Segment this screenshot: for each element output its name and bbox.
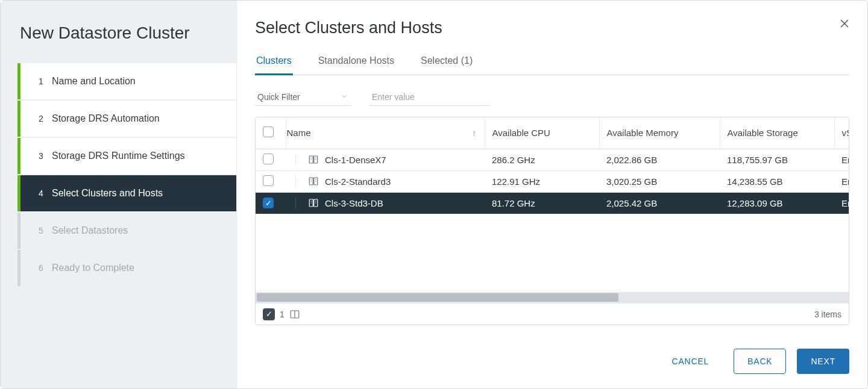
tab-standalone-hosts[interactable]: Standalone Hosts bbox=[317, 55, 395, 75]
column-chooser-icon[interactable] bbox=[289, 309, 300, 320]
cluster-icon bbox=[308, 176, 319, 187]
col-header-name[interactable]: Name bbox=[287, 128, 311, 138]
available-cpu: 122.91 GHz bbox=[485, 170, 599, 192]
table-header-row: Name ↑ Available CPU Available Memory Av… bbox=[256, 117, 849, 149]
close-icon[interactable] bbox=[838, 17, 851, 30]
quick-filter-label: Quick Filter bbox=[257, 92, 300, 102]
available-storage: 14,238.55 GB bbox=[720, 170, 834, 192]
wizard-sidebar: New Datastore Cluster 1 Name and Locatio… bbox=[1, 1, 237, 388]
step-number: 4 bbox=[39, 188, 52, 198]
tab-selected[interactable]: Selected (1) bbox=[420, 55, 474, 75]
quick-filter-dropdown[interactable]: Quick Filter bbox=[255, 89, 351, 106]
table-empty-space bbox=[256, 214, 849, 292]
back-button[interactable]: BACK bbox=[734, 349, 786, 374]
step-select-clusters-hosts[interactable]: 4 Select Clusters and Hosts bbox=[17, 175, 236, 211]
wizard-title: New Datastore Cluster bbox=[20, 23, 217, 43]
row-checkbox[interactable] bbox=[263, 198, 274, 208]
available-cpu: 81.72 GHz bbox=[485, 192, 599, 214]
divider bbox=[295, 198, 296, 208]
sort-ascending-icon[interactable]: ↑ bbox=[472, 128, 477, 138]
vsphere-status: Enabl bbox=[834, 149, 849, 170]
page-title: Select Clusters and Hosts bbox=[255, 19, 849, 37]
step-label: Storage DRS Runtime Settings bbox=[52, 151, 185, 161]
cluster-name: Cls-2-Standard3 bbox=[325, 176, 391, 187]
divider bbox=[295, 154, 296, 165]
cluster-icon bbox=[308, 198, 319, 208]
tabs: Clusters Standalone Hosts Selected (1) bbox=[255, 55, 849, 75]
step-select-datastores: 5 Select Datastores bbox=[17, 213, 236, 249]
row-checkbox[interactable] bbox=[263, 154, 274, 164]
cluster-icon bbox=[308, 154, 319, 165]
table-footer: 1 3 items bbox=[256, 303, 849, 325]
selected-count: 1 bbox=[280, 310, 285, 319]
vsphere-status: Enabl bbox=[834, 170, 849, 192]
cluster-name: Cls-1-DenseX7 bbox=[325, 155, 386, 165]
available-storage: 12,283.09 GB bbox=[720, 192, 834, 214]
row-checkbox[interactable] bbox=[263, 175, 274, 186]
wizard-modal: New Datastore Cluster 1 Name and Locatio… bbox=[0, 0, 868, 389]
step-label: Ready to Complete bbox=[52, 263, 134, 273]
available-storage: 118,755.97 GB bbox=[720, 149, 834, 170]
table-row[interactable]: Cls-1-DenseX7 286.2 GHz 2,022.86 GB 118,… bbox=[256, 149, 849, 170]
step-number: 6 bbox=[39, 263, 52, 273]
cluster-name: Cls-3-Std3-DB bbox=[325, 198, 383, 208]
filter-input[interactable] bbox=[370, 89, 490, 106]
wizard-steps: 1 Name and Location 2 Storage DRS Automa… bbox=[1, 63, 236, 286]
horizontal-scrollbar[interactable] bbox=[256, 292, 849, 303]
vsphere-status: Enabl bbox=[834, 192, 849, 214]
step-label: Name and Location bbox=[52, 76, 136, 87]
divider bbox=[295, 176, 296, 187]
wizard-actions: CANCEL BACK NEXT bbox=[255, 331, 849, 374]
table-row[interactable]: Cls-2-Standard3 122.91 GHz 3,020.25 GB 1… bbox=[256, 170, 849, 192]
col-header-vsphere[interactable]: vSphe bbox=[834, 117, 849, 149]
selected-count-badge-icon bbox=[263, 308, 275, 320]
col-header-cpu[interactable]: Available CPU bbox=[485, 117, 599, 149]
step-storage-drs-automation[interactable]: 2 Storage DRS Automation bbox=[17, 101, 236, 137]
step-number: 2 bbox=[39, 114, 52, 123]
available-memory: 2,022.86 GB bbox=[599, 149, 720, 170]
available-memory: 3,020.25 GB bbox=[599, 170, 720, 192]
step-number: 3 bbox=[39, 151, 52, 161]
step-ready-to-complete: 6 Ready to Complete bbox=[17, 250, 236, 286]
step-label: Storage DRS Automation bbox=[52, 113, 160, 124]
tab-clusters[interactable]: Clusters bbox=[255, 55, 293, 75]
main-panel: Select Clusters and Hosts Clusters Stand… bbox=[237, 1, 867, 388]
next-button[interactable]: NEXT bbox=[797, 349, 849, 374]
step-label: Select Datastores bbox=[52, 225, 128, 236]
step-number: 5 bbox=[39, 226, 52, 235]
step-label: Select Clusters and Hosts bbox=[52, 188, 163, 199]
col-header-storage[interactable]: Available Storage bbox=[720, 117, 834, 149]
step-number: 1 bbox=[39, 76, 52, 86]
step-storage-drs-runtime[interactable]: 3 Storage DRS Runtime Settings bbox=[17, 138, 236, 174]
available-cpu: 286.2 GHz bbox=[485, 149, 599, 170]
filter-row: Quick Filter bbox=[255, 89, 849, 106]
col-header-memory[interactable]: Available Memory bbox=[599, 117, 720, 149]
table-row[interactable]: Cls-3-Std3-DB 81.72 GHz 2,025.42 GB 12,2… bbox=[256, 192, 849, 214]
total-items: 3 items bbox=[814, 310, 841, 319]
step-name-and-location[interactable]: 1 Name and Location bbox=[17, 63, 236, 99]
select-all-checkbox[interactable] bbox=[263, 126, 274, 137]
available-memory: 2,025.42 GB bbox=[599, 192, 720, 214]
chevron-down-icon bbox=[341, 92, 348, 102]
scrollbar-thumb[interactable] bbox=[257, 293, 618, 302]
cancel-button[interactable]: CANCEL bbox=[658, 349, 723, 374]
clusters-table: Name ↑ Available CPU Available Memory Av… bbox=[255, 117, 849, 325]
